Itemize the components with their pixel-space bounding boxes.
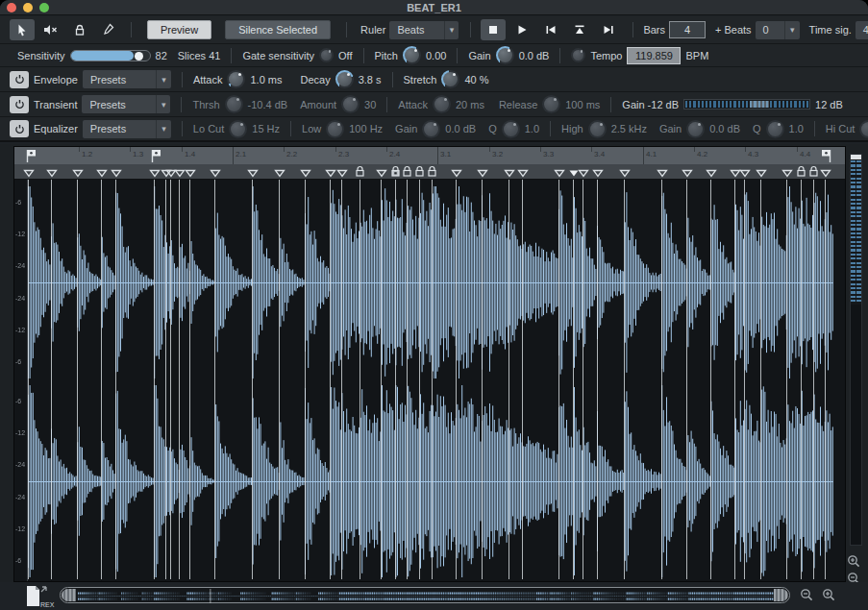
tempo-knob[interactable] (571, 48, 585, 62)
slice-marker[interactable] (72, 168, 84, 180)
export-rex-button[interactable]: REX (25, 584, 58, 610)
transient-release-knob[interactable] (542, 95, 560, 113)
eq-high-q-knob[interactable] (766, 120, 784, 138)
slice-marker-locked[interactable] (402, 165, 412, 180)
eq-low-q-label: Q (488, 123, 497, 134)
slice-marker[interactable] (504, 168, 515, 180)
gate-sensitivity-knob[interactable] (319, 48, 334, 62)
slice-marker[interactable] (657, 168, 668, 180)
slice-marker[interactable] (185, 168, 196, 180)
slice-marker[interactable] (336, 168, 348, 180)
go-to-end-button[interactable] (596, 19, 621, 40)
slice-marker[interactable] (781, 168, 793, 180)
slice-marker[interactable] (706, 168, 717, 180)
slice-marker[interactable] (477, 168, 488, 180)
slice-marker-locked[interactable] (796, 165, 806, 180)
overview-navigator[interactable] (60, 587, 790, 603)
eq-low-gain-knob[interactable] (422, 120, 440, 138)
locator-flag[interactable] (151, 149, 162, 165)
envelope-decay-knob[interactable] (335, 70, 354, 88)
plus-beats-dropdown[interactable]: 0▾ (756, 21, 800, 39)
silence-selected-button[interactable]: Silence Selected (225, 20, 331, 39)
slice-marker-locked[interactable] (414, 165, 425, 180)
arrow-tool-button[interactable] (10, 19, 35, 40)
envelope-presets-dropdown[interactable]: Presets▾ (83, 70, 171, 88)
db-scale-label: -24 (15, 262, 25, 269)
slice-marker[interactable] (300, 168, 311, 180)
horizontal-zoom-in-button[interactable] (821, 587, 837, 603)
db-scale-label: -12 (15, 525, 25, 532)
slice-marker[interactable] (46, 168, 58, 180)
preview-button[interactable]: Preview (147, 20, 211, 39)
slice-marker[interactable] (739, 168, 751, 180)
bars-field[interactable]: 4 (669, 21, 706, 38)
pitch-knob[interactable] (403, 46, 421, 64)
ruler-mode-dropdown[interactable]: Beats▾ (389, 21, 459, 39)
envelope-stretch-knob[interactable] (441, 70, 459, 88)
slice-marker[interactable] (592, 168, 604, 180)
locator-flag[interactable] (26, 149, 37, 165)
slice-marker[interactable] (578, 168, 589, 180)
slice-marker[interactable] (111, 168, 122, 180)
slice-marker[interactable] (325, 168, 336, 180)
transient-thresh-knob[interactable] (225, 95, 243, 113)
transient-power-button[interactable] (10, 96, 29, 113)
overview-right-handle[interactable] (774, 589, 788, 601)
waveform-canvas[interactable] (14, 147, 847, 583)
vertical-scale-thumb[interactable] (851, 160, 861, 305)
envelope-attack-knob[interactable] (227, 70, 245, 88)
overview-waveform[interactable] (78, 589, 774, 603)
transient-amount-knob[interactable] (341, 95, 360, 113)
slice-marker[interactable] (376, 168, 387, 180)
stop-button[interactable] (481, 19, 506, 40)
vertical-scale-track[interactable] (850, 154, 862, 546)
eq-hicut-knob[interactable] (859, 120, 868, 138)
slice-marker-locked[interactable] (808, 165, 819, 180)
sensitivity-slider-handle[interactable] (135, 52, 143, 61)
eq-low-q-value: 1.0 (525, 123, 539, 134)
gain-knob[interactable] (496, 46, 514, 64)
equalizer-power-button[interactable] (10, 120, 29, 137)
transient-gain-meter[interactable] (683, 99, 810, 110)
slice-marker[interactable] (756, 168, 767, 180)
slice-marker-locked[interactable] (427, 165, 437, 180)
horizontal-zoom-out-button[interactable] (799, 587, 815, 603)
envelope-power-button[interactable] (10, 71, 29, 88)
beat-ruler[interactable]: 1.21.31.42.12.22.32.43.13.23.33.44.14.24… (14, 147, 845, 164)
time-sig-dropdown[interactable]: 4/4▾ (856, 21, 868, 39)
slice-marker[interactable] (554, 168, 565, 180)
go-to-start-button[interactable] (538, 19, 563, 40)
slice-marker-locked[interactable] (355, 165, 365, 180)
eq-low-freq-knob[interactable] (326, 120, 344, 138)
slice-marker[interactable] (682, 168, 693, 180)
lock-tool-button[interactable] (67, 19, 92, 40)
transient-attack-knob[interactable] (433, 95, 451, 113)
equalizer-presets-dropdown[interactable]: Presets▾ (83, 120, 171, 138)
slice-marker[interactable] (149, 168, 161, 180)
slice-marker[interactable] (820, 168, 831, 180)
play-button[interactable] (509, 19, 534, 40)
slice-marker-locked[interactable] (390, 165, 401, 180)
vertical-zoom-in-button[interactable] (846, 553, 862, 570)
locator-flag[interactable] (820, 149, 831, 165)
overview-left-handle[interactable] (62, 589, 76, 601)
vertical-scale-cap[interactable] (851, 155, 861, 159)
slice-marker[interactable] (451, 168, 462, 180)
pencil-tool-button[interactable] (96, 19, 121, 40)
eq-high-gain-knob[interactable] (686, 120, 705, 138)
sensitivity-slider[interactable] (70, 50, 151, 61)
slice-marker[interactable] (96, 168, 108, 180)
tempo-field[interactable]: 119.859 (627, 47, 681, 64)
transient-presets-dropdown[interactable]: Presets▾ (82, 95, 170, 113)
marker-up-button[interactable] (567, 19, 592, 40)
slice-marker[interactable] (619, 168, 631, 180)
slice-marker[interactable] (247, 168, 259, 180)
eq-high-freq-knob[interactable] (588, 120, 607, 138)
eq-low-q-knob[interactable] (502, 120, 520, 138)
slice-marker[interactable] (517, 168, 529, 180)
mute-tool-button[interactable] (38, 19, 63, 40)
slice-marker[interactable] (274, 168, 285, 180)
slice-marker[interactable] (23, 168, 35, 180)
slice-marker[interactable] (210, 168, 221, 180)
eq-locut-knob[interactable] (229, 120, 247, 138)
